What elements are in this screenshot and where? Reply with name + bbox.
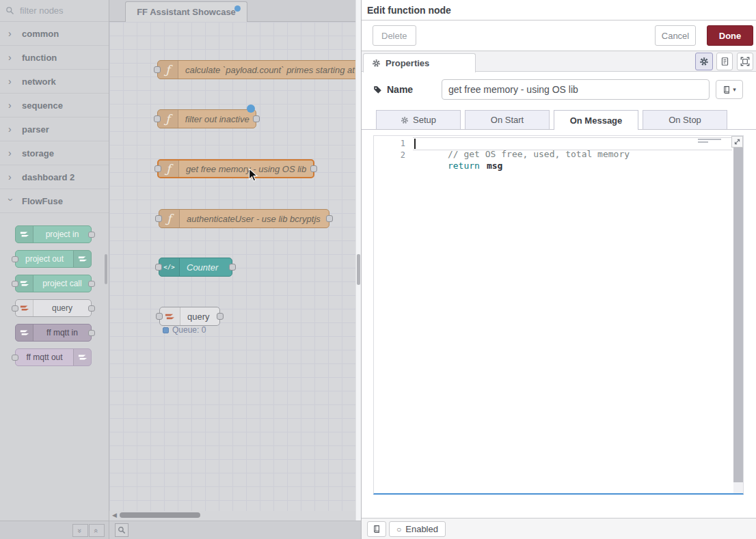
tab-properties[interactable]: Properties [363,53,476,72]
chevron-right-icon: › [8,29,14,38]
palette-category-flowfuse[interactable]: › FlowFuse [0,189,109,213]
horizontal-scrollbar-thumb[interactable] [120,512,200,518]
flow-tab[interactable]: FF Assistant Showcase [125,1,247,22]
node-calculate-primes[interactable]: ƒ calculate `payload.count` primes start… [157,60,355,79]
caret-down-icon: ▾ [733,86,736,93]
edit-description-button[interactable] [716,53,733,70]
category-label: network [22,77,56,87]
tag-icon [373,85,382,94]
canvas-vertical-scrollbar[interactable] [355,0,361,521]
node-port-input[interactable] [155,215,162,222]
palette-category-network[interactable]: › network [0,70,109,94]
flowfuse-icon [73,251,91,267]
double-chevron-down-icon: « [93,528,101,532]
function-icon: ƒ [159,210,180,227]
node-port-input[interactable] [12,355,18,361]
palette-node-project-call[interactable]: project call [15,275,92,292]
appearance-button[interactable] [737,53,753,70]
node-port-output[interactable] [88,232,95,238]
node-counter[interactable]: </> Counter [159,258,232,277]
node-get-free-memory[interactable]: ƒ get free memory - using OS lib [157,159,314,178]
node-port-output[interactable] [88,305,95,312]
node-label: query [180,307,217,325]
cancel-button[interactable]: Cancel [655,25,696,46]
node-label: filter out inactive [178,110,256,128]
palette-category-dashboard2[interactable]: › dashboard 2 [0,165,109,189]
palette-search-input[interactable] [18,5,100,16]
node-port-input[interactable] [12,256,18,262]
expand-categories-button[interactable]: « [89,524,105,537]
palette-node-project-in[interactable]: project in [15,225,92,243]
collapse-categories-button[interactable]: » [72,524,88,537]
palette-node-label: query [33,300,91,316]
palette-category-function[interactable]: › function [0,46,109,70]
node-port-input[interactable] [154,115,161,122]
dialog-title: Edit function node [362,0,756,20]
chevron-right-icon: › [8,148,14,158]
palette-node-ff-mqtt-in[interactable]: ff mqtt in [15,324,92,342]
category-label: dashboard 2 [22,172,75,182]
palette-category-common[interactable]: › common [0,22,109,46]
node-port-input[interactable] [156,313,163,320]
library-button[interactable]: ▾ [716,80,743,99]
palette-search[interactable] [0,0,109,22]
canvas-horizontal-scrollbar[interactable]: ◀ [109,511,355,519]
editor-scrollbar-thumb[interactable] [733,148,743,482]
name-input[interactable] [442,79,710,100]
palette-category-parser[interactable]: › parser [0,118,109,141]
expand-editor-button[interactable] [731,136,743,148]
node-port-output[interactable] [229,264,236,271]
chevron-right-icon: › [8,77,14,86]
name-field-label: Name [373,84,413,95]
node-port-output[interactable] [253,115,260,122]
gear-icon [699,57,709,66]
search-flows-button[interactable] [115,523,129,537]
palette-category-sequence[interactable]: › sequence [0,94,109,118]
function-icon: ƒ [158,61,178,79]
palette-node-query[interactable]: query [15,299,92,317]
document-icon [720,57,729,66]
tab-label: On Stop [669,115,701,125]
double-chevron-up-icon: » [77,528,85,532]
vertical-scrollbar-thumb[interactable] [357,254,360,285]
edit-properties-button[interactable] [695,53,713,70]
node-port-output[interactable] [88,281,95,287]
node-authenticate-user[interactable]: ƒ authenticateUser - use lib bcryptjs [159,209,329,228]
node-port-output[interactable] [326,215,333,222]
category-label: common [22,29,59,39]
node-label: get free memory - using OS lib [179,161,313,177]
flow-canvas[interactable]: ƒ calculate `payload.count` primes start… [109,22,355,511]
dialog-toolbar: Delete Cancel Done [362,20,756,51]
tab-setup[interactable]: Setup [376,110,461,129]
code-line-2: returnmsg [416,150,502,181]
node-query[interactable]: query [159,307,220,326]
scroll-left-arrow-icon[interactable]: ◀ [112,512,117,519]
node-port-input[interactable] [154,165,161,172]
expand-corners-icon [740,57,750,66]
node-port-output[interactable] [88,330,95,336]
palette-category-storage[interactable]: › storage [0,141,109,165]
node-filter-out-inactive[interactable]: ƒ filter out inactive [157,109,256,128]
palette-node-ff-mqtt-out[interactable]: ff mqtt out [15,348,92,366]
tab-on-stop[interactable]: On Stop [643,110,727,129]
palette-node-project-out[interactable]: project out [15,250,92,268]
tab-on-message[interactable]: On Message [554,110,638,130]
node-port-input[interactable] [12,281,18,287]
enabled-toggle-button[interactable]: ○ Enabled [389,521,446,537]
tab-on-start[interactable]: On Start [465,110,550,129]
editor-scrollbar[interactable] [733,148,743,493]
node-port-input[interactable] [12,305,18,312]
node-port-input[interactable] [155,264,162,271]
done-button[interactable]: Done [707,25,753,46]
node-port-input[interactable] [154,66,161,73]
flowfuse-icon [16,226,33,243]
node-port-output[interactable] [310,165,317,172]
node-port-output[interactable] [217,313,224,320]
delete-button[interactable]: Delete [373,25,416,46]
code-editor[interactable]: 1 2 // get OS free, used, total memory r… [373,135,744,495]
node-help-button[interactable] [367,521,386,537]
name-row: Name ▾ [362,72,756,107]
palette-node-label: ff mqtt out [16,349,73,365]
canvas-footer [109,521,361,539]
palette-scrollbar[interactable] [105,254,107,284]
